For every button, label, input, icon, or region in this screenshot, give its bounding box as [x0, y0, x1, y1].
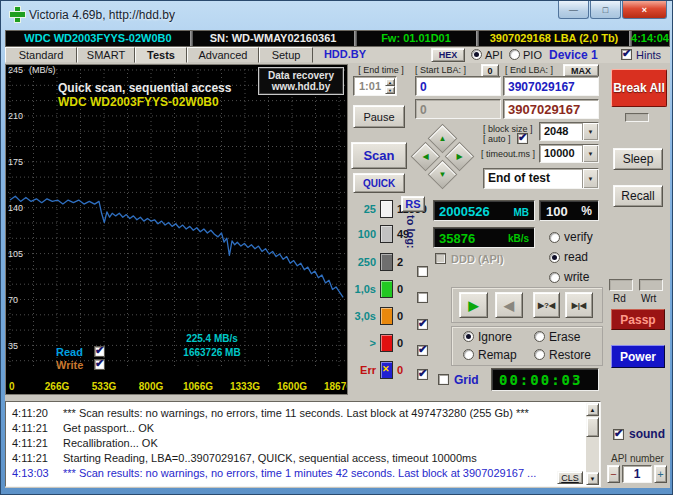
pio-radio[interactable]: [509, 49, 520, 60]
overlay-position: 1663726 MB: [154, 346, 270, 360]
log-scrollbar[interactable]: ▲ ▼: [586, 403, 599, 485]
action-ignore-radio[interactable]: [463, 331, 474, 342]
start-lba-input[interactable]: 0: [415, 76, 501, 96]
step-back-button[interactable]: ◀: [495, 292, 523, 318]
to-log-label: to log:: [405, 215, 417, 249]
sleep-button[interactable]: Sleep: [613, 148, 663, 170]
rs-button[interactable]: RS: [401, 196, 425, 212]
ddd-api-checkbox[interactable]: [435, 253, 446, 264]
app-icon: [10, 7, 25, 22]
action-remap-radio[interactable]: [463, 349, 474, 360]
scroll-down-icon[interactable]: ▼: [586, 472, 599, 485]
timeout-combo[interactable]: 10000 ▼: [539, 144, 599, 163]
device-label: Device 1: [549, 48, 598, 62]
plus-icon[interactable]: +: [654, 465, 667, 483]
hints-checkbox[interactable]: [621, 49, 632, 60]
grade-label: 25: [349, 203, 376, 215]
pause-button[interactable]: Pause: [353, 105, 405, 128]
start-test-button[interactable]: ▶: [459, 292, 488, 318]
end-time-label: [ End time ]: [353, 65, 409, 75]
api-radio[interactable]: [471, 49, 482, 60]
svg-text:1066G: 1066G: [183, 381, 213, 392]
log-text: Recallibration... OK: [63, 437, 158, 449]
end-action-combo[interactable]: End of test ▼: [483, 168, 599, 189]
dropdown-arrow-icon[interactable]: ▼: [582, 169, 598, 188]
scroll-up-icon[interactable]: ▲: [586, 403, 599, 416]
passport-button[interactable]: Passp: [611, 309, 665, 330]
err-x-icon: ✕: [382, 364, 390, 374]
grade-block: [380, 253, 393, 271]
svg-text:533G: 533G: [92, 381, 117, 392]
seek-random-button[interactable]: ▶?◀: [533, 292, 560, 318]
tab-tests[interactable]: Tests: [135, 47, 187, 63]
lba-nav-pad: ▲ ◀ ▶ ▼: [413, 127, 473, 189]
to-log-checkbox-err[interactable]: [417, 369, 428, 380]
timeout-value: 10000: [544, 147, 575, 159]
clear-log-button[interactable]: CLS: [557, 471, 583, 484]
legend-write-checkbox[interactable]: [94, 359, 105, 370]
dropdown-arrow-icon[interactable]: ▼: [582, 123, 598, 140]
mode-write-radio[interactable]: [549, 272, 560, 283]
tab-smart[interactable]: SMART: [77, 47, 135, 63]
grade-count: 0: [397, 337, 403, 349]
svg-text:70: 70: [8, 295, 18, 305]
to-log-checkbox-1s[interactable]: [417, 292, 428, 303]
site-label: HDD.BY: [305, 48, 385, 60]
end-time-spinner[interactable]: 1:01 ▲ ▼: [353, 76, 397, 96]
svg-text:800G: 800G: [139, 381, 164, 392]
svg-text:245: 245: [8, 65, 23, 75]
legend-read-checkbox[interactable]: [94, 346, 105, 357]
power-button[interactable]: Power: [611, 345, 665, 368]
auto-checkbox[interactable]: [517, 133, 528, 144]
end-lba-input[interactable]: 3907029167: [503, 76, 599, 96]
close-icon: ×: [642, 5, 647, 15]
to-log-checkbox-over[interactable]: [417, 345, 428, 356]
end-action-value: End of test: [488, 171, 550, 185]
mode-read-radio[interactable]: [549, 252, 560, 263]
to-log-checkbox-3s[interactable]: [417, 319, 428, 330]
spin-down-icon[interactable]: ▼: [385, 86, 395, 94]
api-number-value[interactable]: 1: [622, 465, 652, 483]
seek-end-button[interactable]: ▶|◀: [565, 292, 593, 318]
grade-label: 3,0s: [349, 310, 376, 322]
log-row: 4:11:20 *** Scan results: no warnings, n…: [6, 406, 600, 421]
mode-write-label: write: [564, 270, 589, 284]
end-lba-current: 3907029167: [503, 99, 599, 119]
action-remap-label: Remap: [478, 348, 517, 362]
speed-value: 35876: [439, 231, 475, 246]
maximize-button[interactable]: □: [590, 1, 621, 19]
action-restore-radio[interactable]: [534, 349, 545, 360]
media-end-icon: ▶|◀: [572, 301, 587, 310]
minus-icon[interactable]: −: [607, 465, 620, 483]
grade-block: [380, 307, 393, 325]
api-radio-label: API: [485, 49, 503, 61]
quick-button[interactable]: QUICK: [353, 173, 405, 193]
break-all-button[interactable]: Break All: [611, 69, 667, 107]
minimize-icon: —: [569, 5, 578, 15]
drive-firmware: Fw: 01.01D01: [358, 32, 474, 45]
mode-verify-radio[interactable]: [549, 232, 560, 243]
mode-verify-label: verify: [564, 230, 593, 244]
tab-advanced[interactable]: Advanced: [187, 47, 259, 63]
sound-checkbox[interactable]: [613, 429, 624, 440]
scan-button[interactable]: Scan: [351, 142, 407, 169]
close-button[interactable]: ×: [622, 1, 667, 19]
grade-label: 250: [349, 256, 376, 268]
elapsed-timer: 88:88:88 00:00:03: [491, 368, 599, 391]
block-size-combo[interactable]: 2048 ▼: [539, 122, 599, 141]
scrollbar-thumb[interactable]: [586, 417, 599, 437]
recall-button[interactable]: Recall: [613, 185, 663, 207]
action-erase-radio[interactable]: [534, 331, 545, 342]
log-text: Get passport... OK: [63, 422, 154, 434]
spin-up-icon[interactable]: ▲: [385, 78, 395, 86]
grade-block-err: ✕: [380, 361, 393, 379]
drive-serial: SN: WD-WMAY02160361: [194, 32, 352, 45]
maximize-icon: □: [603, 5, 608, 15]
dropdown-arrow-icon[interactable]: ▼: [582, 145, 598, 162]
to-log-checkbox-250[interactable]: [417, 266, 428, 277]
percent-display: 100 %: [539, 200, 599, 221]
hex-button[interactable]: HEX: [431, 48, 465, 62]
tab-standard[interactable]: Standard: [5, 47, 77, 63]
grid-checkbox[interactable]: [438, 374, 449, 385]
minimize-button[interactable]: —: [558, 1, 589, 19]
